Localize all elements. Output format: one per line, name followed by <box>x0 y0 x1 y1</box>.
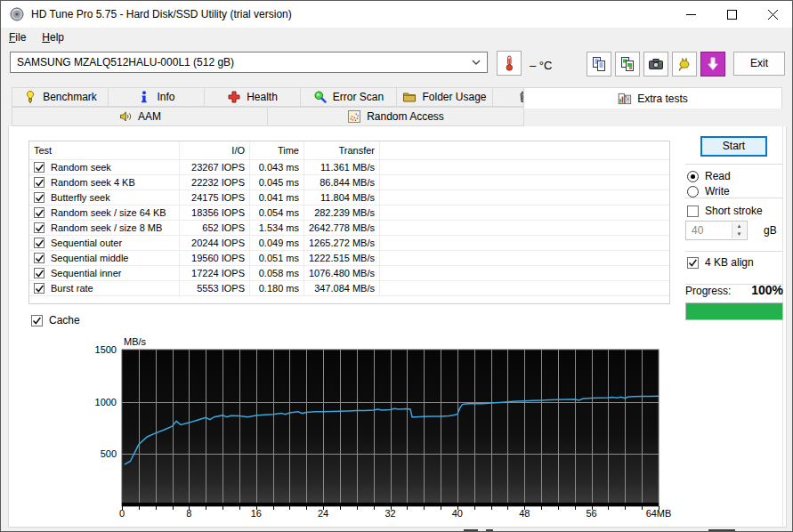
spacer <box>379 160 669 174</box>
test-checkbox[interactable] <box>34 268 45 278</box>
test-name: Burst rate <box>51 283 93 294</box>
test-checkbox[interactable] <box>34 177 45 188</box>
table-row-sequential-outer[interactable]: Sequential outer20244 IOPS0.049 ms1265.2… <box>29 235 669 250</box>
spinner-arrows[interactable]: ▲ ▼ <box>732 222 746 238</box>
y-axis-tick-label: 1000 <box>77 397 117 407</box>
spacer <box>379 251 669 265</box>
spacer <box>379 236 669 250</box>
separator <box>685 197 783 198</box>
time-value: 0.058 ms <box>249 266 303 280</box>
short-stroke-row[interactable]: Short stroke <box>687 205 763 217</box>
random-access-icon <box>347 109 361 124</box>
table-row-sequential-middle[interactable]: Sequential middle19560 IOPS0.051 ms1222.… <box>29 250 669 265</box>
test-name: Sequential inner <box>51 268 122 278</box>
test-checkbox[interactable] <box>34 162 45 173</box>
drive-select[interactable]: SAMSUNG MZALQ512HALU-000L1 (512 gB) <box>10 52 488 73</box>
tab-label: Folder Usage <box>422 91 486 103</box>
table-row-random-seek[interactable]: Random seek23267 IOPS0.043 ms11.361 MB/s <box>29 159 669 174</box>
menu-item-file[interactable]: File <box>1 28 34 47</box>
x-axis-tick-label: 40 <box>438 508 477 519</box>
temperature-button[interactable] <box>497 51 522 76</box>
chevron-down-icon <box>472 60 481 66</box>
table-row-sequential-inner[interactable]: Sequential inner17224 IOPS0.058 ms1076.4… <box>29 265 669 280</box>
read-radio-row[interactable]: Read <box>687 170 731 182</box>
read-label: Read <box>705 170 731 182</box>
read-radio[interactable] <box>687 171 699 182</box>
io-value: 22232 IOPS <box>179 175 249 189</box>
short-stroke-label: Short stroke <box>705 205 763 217</box>
copy-image-button[interactable] <box>615 52 640 77</box>
transfer-value: 282.239 MB/s <box>303 206 379 220</box>
short-stroke-checkbox[interactable] <box>687 206 699 217</box>
tab-label: Extra tests <box>637 93 688 105</box>
test-checkbox[interactable] <box>34 238 45 248</box>
x-axis-tick-label: 16 <box>237 508 276 519</box>
tab-aam[interactable]: AAM <box>12 107 268 126</box>
spacer <box>379 206 669 220</box>
short-stroke-size-spinner[interactable]: 40 ▲ ▼ <box>685 221 748 240</box>
test-checkbox[interactable] <box>34 253 45 263</box>
transfer-rate-chart <box>122 350 659 511</box>
io-value: 5553 IOPS <box>179 281 249 295</box>
test-checkbox[interactable] <box>34 222 45 233</box>
io-value: 18356 IOPS <box>179 206 249 220</box>
menu-bar: FileHelp <box>1 28 792 47</box>
title-bar: HD Tune Pro 5.75 - Hard Disk/SSD Utility… <box>1 1 792 28</box>
table-row-random-seek-size-8-mb[interactable]: Random seek / size 8 MB652 IOPS1.534 ms2… <box>29 220 669 235</box>
table-row-burst-rate[interactable]: Burst rate5553 IOPS0.180 ms347.084 MB/s <box>29 280 669 295</box>
transfer-value: 86.844 MB/s <box>303 175 379 189</box>
chart-unit-label: MB/s <box>124 336 146 347</box>
health-icon <box>227 90 241 104</box>
spacer <box>379 221 669 235</box>
error-scan-icon <box>313 90 328 104</box>
table-row-random-seek-4-kb[interactable]: Random seek 4 KB22232 IOPS0.045 ms86.844… <box>29 174 669 189</box>
transfer-value: 347.084 MB/s <box>303 281 379 295</box>
test-checkbox[interactable] <box>34 283 45 294</box>
tab-benchmark[interactable]: Benchmark <box>12 87 109 107</box>
cache-checkbox[interactable] <box>31 315 43 326</box>
x-axis-tick-label: 64MB <box>639 508 678 519</box>
menu-item-help[interactable]: Help <box>34 28 72 47</box>
check-icon <box>35 269 45 278</box>
benchmark-icon <box>23 90 37 104</box>
io-value: 24175 IOPS <box>179 190 249 205</box>
write-radio-row[interactable]: Write <box>687 185 730 197</box>
exit-button[interactable]: Exit <box>733 52 785 76</box>
start-button[interactable]: Start <box>700 136 767 157</box>
copy-text-button[interactable] <box>587 52 611 77</box>
connect-button[interactable] <box>672 52 697 77</box>
table-row-butterfly-seek[interactable]: Butterfly seek24175 IOPS0.041 ms11.804 M… <box>29 189 669 205</box>
close-icon <box>768 10 778 20</box>
test-checkbox[interactable] <box>34 207 45 218</box>
test-name: Random seek 4 KB <box>51 177 135 188</box>
minimize-button[interactable] <box>670 1 711 28</box>
tab-random-access[interactable]: Random Access <box>267 107 524 126</box>
folder-icon <box>402 90 417 104</box>
tab-label: Benchmark <box>43 91 97 103</box>
close-button[interactable] <box>752 1 793 28</box>
transfer-value: 11.804 MB/s <box>303 190 379 205</box>
maximize-button[interactable] <box>711 1 752 28</box>
tab-extra-tests[interactable]: Extra tests <box>523 87 782 109</box>
column-header-i-o: I/O <box>179 141 249 159</box>
x-axis-tick-label: 56 <box>572 508 611 519</box>
kb-align-row[interactable]: 4 KB align <box>687 256 754 269</box>
tab-error-scan[interactable]: Error Scan <box>300 87 397 107</box>
table-row-random-seek-size-64-kb[interactable]: Random seek / size 64 KB18356 IOPS0.054 … <box>29 205 669 220</box>
app-window: HD Tune Pro 5.75 - Hard Disk/SSD Utility… <box>0 0 793 532</box>
content-panel: TestI/OTimeTransferRandom seek23267 IOPS… <box>8 126 787 528</box>
save-results-button[interactable] <box>700 52 725 77</box>
write-radio[interactable] <box>687 186 699 197</box>
screenshot-button[interactable] <box>643 52 668 77</box>
tab-health[interactable]: Health <box>204 87 301 107</box>
test-checkbox[interactable] <box>34 192 45 203</box>
spinner-down-icon[interactable]: ▼ <box>732 230 746 238</box>
spinner-up-icon[interactable]: ▲ <box>732 222 746 230</box>
kb-align-checkbox[interactable] <box>687 257 699 269</box>
tab-folder-usage[interactable]: Folder Usage <box>396 87 493 107</box>
transfer-value: 1265.272 MB/s <box>303 236 379 250</box>
test-name: Butterfly seek <box>51 192 110 203</box>
tab-info[interactable]: Info <box>108 87 205 107</box>
cache-checkbox-row[interactable]: Cache <box>31 314 80 326</box>
progress-bar <box>685 302 783 320</box>
